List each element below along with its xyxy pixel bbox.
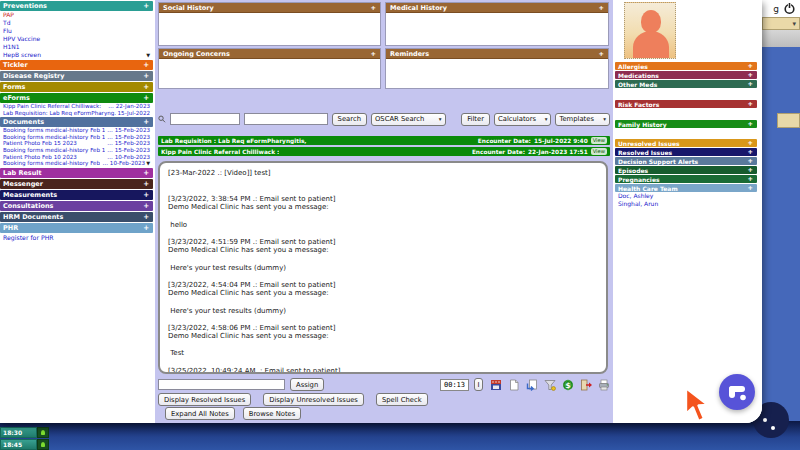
plus-icon[interactable]: +	[599, 50, 604, 58]
prevention-item[interactable]: HepB screen ▼	[0, 51, 153, 59]
plus-icon[interactable]: +	[748, 175, 753, 183]
section-header-preventions[interactable]: Preventions +	[0, 1, 153, 11]
schedule-timeslot[interactable]: 18:30	[0, 427, 37, 438]
prevention-item[interactable]: H1N1	[0, 43, 153, 51]
schedule-slot-status-icon[interactable]	[37, 439, 49, 450]
document-item[interactable]: Booking forms medical-history Feb 10 … 1…	[0, 160, 153, 167]
plus-icon[interactable]: +	[371, 4, 376, 12]
plus-icon[interactable]: +	[748, 148, 753, 156]
dropdown-arrow-icon[interactable]: ▼	[146, 51, 150, 59]
plus-icon[interactable]: +	[371, 50, 376, 58]
section-header-medications[interactable]: Medications +	[615, 71, 757, 79]
search-input[interactable]	[244, 113, 328, 125]
section-header-tickler[interactable]: Tickler +	[0, 60, 153, 70]
prevention-item[interactable]: Td	[0, 19, 153, 27]
section-header-risk-factors[interactable]: Risk Factors +	[615, 100, 757, 108]
document-item[interactable]: Patient Photo Feb 15 2023 … 15-Feb-2023	[0, 140, 153, 147]
plus-icon[interactable]: +	[143, 180, 149, 188]
care-team-member-link[interactable]: Singhal, Arun	[615, 200, 757, 208]
panel-body[interactable]	[386, 59, 608, 87]
search-term-input[interactable]	[170, 113, 240, 125]
prevention-item[interactable]: PAP	[0, 11, 153, 19]
schedule-slot-status-icon[interactable]	[37, 427, 49, 438]
exit-icon[interactable]	[580, 379, 592, 391]
plus-icon[interactable]: +	[143, 213, 149, 221]
plus-icon[interactable]: +	[748, 80, 753, 88]
plus-icon[interactable]: +	[748, 62, 753, 70]
assign-button[interactable]: Assign	[290, 378, 324, 391]
section-header-resolved-issues[interactable]: Resolved Issues +	[615, 148, 757, 156]
section-header-unresolved-issues[interactable]: Unresolved Issues +	[615, 139, 757, 147]
section-header-lab-result[interactable]: Lab Result +	[0, 168, 153, 178]
panel-header[interactable]: Social History +	[159, 3, 380, 13]
section-header-phr[interactable]: PHR +	[0, 223, 153, 233]
sign-icon[interactable]	[544, 379, 556, 391]
section-header-decision-support-alerts[interactable]: Decision Support Alerts +	[615, 157, 757, 165]
section-header-family-history[interactable]: Family History +	[615, 120, 757, 128]
section-header-documents[interactable]: Documents +	[0, 117, 153, 127]
display-resolved-issues-button[interactable]: Display Resolved Issues	[158, 393, 251, 406]
prevention-item[interactable]: HPV Vaccine	[0, 35, 153, 43]
document-item[interactable]: Booking forms medical-history Feb 15 … 1…	[0, 127, 153, 134]
spell-check-button[interactable]: Spell Check	[376, 393, 428, 406]
save-icon[interactable]	[490, 379, 502, 391]
section-header-messenger[interactable]: Messenger +	[0, 179, 153, 189]
search-button[interactable]: Search	[332, 113, 367, 126]
section-header-disease-registry[interactable]: Disease Registry +	[0, 71, 153, 81]
plus-icon[interactable]: +	[748, 139, 753, 147]
plus-icon[interactable]: +	[143, 169, 149, 177]
section-header-hrm-documents[interactable]: HRM Documents +	[0, 212, 153, 222]
section-header-health-care-team[interactable]: Health Care Team +	[615, 184, 757, 192]
search-engine-select[interactable]: OSCAR Search ▾	[371, 113, 446, 126]
section-header-forms[interactable]: Forms +	[0, 82, 153, 92]
plus-icon[interactable]: +	[143, 202, 149, 210]
plus-icon[interactable]: +	[748, 184, 753, 192]
patient-photo[interactable]	[624, 2, 676, 59]
plus-icon[interactable]: +	[748, 157, 753, 165]
panel-header[interactable]: Ongoing Concerns +	[159, 49, 380, 59]
prevention-item[interactable]: Flu	[0, 27, 153, 35]
plus-icon[interactable]: +	[143, 83, 149, 91]
document-item[interactable]: Booking forms medical-history Feb 15 … 1…	[0, 134, 153, 141]
templates-select[interactable]: Templates ▾	[555, 113, 610, 126]
eform-item[interactable]: Lab Requisition: Lab Req eFormPharyng… 1…	[0, 110, 153, 117]
new-note-icon[interactable]	[508, 379, 520, 391]
encounter-note-textarea[interactable]: [23-Mar-2022 .: [Video]] test] [3/23/202…	[158, 161, 608, 374]
document-item[interactable]: Patient Photo Feb 10 2023 … 10-Feb-2023	[0, 154, 153, 161]
plus-icon[interactable]: +	[599, 4, 604, 12]
plus-icon[interactable]: +	[748, 71, 753, 79]
document-item[interactable]: Booking forms medical-history Feb 15 … 1…	[0, 147, 153, 154]
section-header-other-meds[interactable]: Other Meds +	[615, 80, 757, 88]
eform-item[interactable]: Kipp Pain Clinic Referral Chilliwack: … …	[0, 103, 153, 110]
plus-icon[interactable]: +	[748, 100, 753, 108]
panel-body[interactable]	[159, 13, 380, 44]
panel-header[interactable]: Medical History +	[386, 3, 608, 13]
filter-button[interactable]: Filter	[461, 113, 490, 126]
register-phr-link[interactable]: Register for PHR	[0, 233, 153, 242]
plus-icon[interactable]: +	[748, 120, 753, 128]
schedule-timeslot[interactable]: 18:45	[0, 439, 37, 450]
panel-body[interactable]	[159, 59, 380, 87]
expand-all-notes-button[interactable]: Expand All Notes	[165, 407, 235, 420]
paste-template-icon[interactable]	[526, 379, 538, 391]
calculators-select[interactable]: Calculators ▾	[494, 113, 551, 126]
section-header-measurements[interactable]: Measurements +	[0, 190, 153, 200]
view-link[interactable]: View	[591, 148, 607, 155]
dropdown-arrow-icon[interactable]: ▼	[146, 160, 150, 167]
plus-icon[interactable]: +	[143, 72, 149, 80]
browse-notes-button[interactable]: Browse Notes	[243, 407, 302, 420]
timer-pause-button[interactable]: I	[474, 378, 483, 391]
display-unresolved-issues-button[interactable]: Display Unresolved Issues	[263, 393, 364, 406]
assign-input[interactable]	[158, 379, 285, 390]
section-header-allergies[interactable]: Allergies +	[615, 62, 757, 70]
plus-icon[interactable]: +	[143, 2, 149, 10]
plus-icon[interactable]: +	[748, 166, 753, 174]
plus-icon[interactable]: +	[143, 191, 149, 199]
billing-icon[interactable]: $	[562, 379, 574, 391]
print-icon[interactable]	[598, 379, 610, 391]
plus-icon[interactable]: +	[143, 94, 149, 102]
power-icon[interactable]	[783, 2, 796, 15]
plus-icon[interactable]: +	[143, 118, 149, 126]
section-header-episodes[interactable]: Episodes +	[615, 166, 757, 174]
section-header-consultations[interactable]: Consultations +	[0, 201, 153, 211]
